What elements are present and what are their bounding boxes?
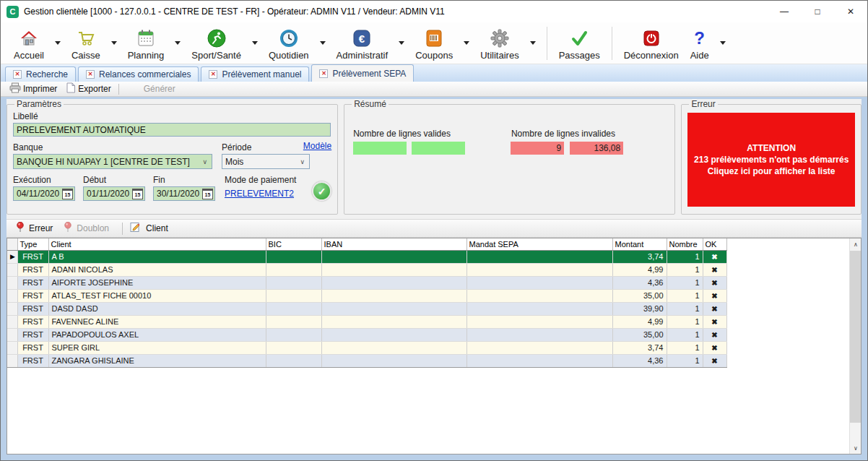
header-mandat-sepa[interactable]: Mandat SEPA [466,238,612,250]
toolbar-item-accueil[interactable]: Accueil [8,25,50,62]
row-indicator[interactable] [7,276,17,289]
cell-type[interactable]: FRST [17,250,48,263]
cell-type[interactable]: FRST [17,289,48,302]
toolbar-item-aide[interactable]: ? Aide [685,25,715,62]
cell-montant[interactable]: 3,74 [612,341,667,354]
caisse-dropdown-arrow-icon[interactable] [111,41,117,45]
cell-client[interactable]: PAPADOPOULOS AXEL [48,328,266,341]
cell-ok[interactable]: ✖ [703,302,726,315]
row-indicator[interactable] [7,354,17,367]
client-button[interactable]: Client [127,222,177,235]
coupons-dropdown-arrow-icon[interactable] [464,41,469,45]
row-indicator[interactable]: ▶ [7,250,17,263]
doublon-filter-button[interactable]: Doublon [61,222,118,235]
cell-type[interactable]: FRST [17,263,48,276]
table-row[interactable]: FRSTDASD DASD39,901✖ [7,302,726,315]
debut-date-input[interactable]: 01/11/2020 15 [83,186,145,201]
cell-montant[interactable]: 4,36 [612,276,667,289]
tab-close-icon[interactable]: ✕ [86,70,95,79]
scrollbar-thumb[interactable] [850,251,862,423]
toolbar-item-utilitaires[interactable]: Utilitaires [474,25,524,62]
maximize-button[interactable]: □ [801,1,834,22]
cell-nombre[interactable]: 1 [667,354,703,367]
cell-montant[interactable]: 4,99 [612,315,667,328]
calendar-picker-icon[interactable]: 15 [202,189,213,199]
tab-prelevement-sepa[interactable]: ✕ Prélèvement SEPA [311,64,414,82]
cell-iban[interactable] [321,289,466,302]
cell-ok[interactable]: ✖ [703,276,726,289]
cell-ok[interactable]: ✖ [703,250,726,263]
cell-montant[interactable]: 3,74 [612,250,667,263]
cell-mandat[interactable] [466,315,612,328]
execution-date-input[interactable]: 04/11/2020 15 [13,186,75,201]
periode-select[interactable]: Mois ∨ [222,154,310,169]
header-montant[interactable]: Montant [612,238,667,250]
toolbar-item-coupons[interactable]: Coupons [409,25,459,62]
cell-ok[interactable]: ✖ [703,315,726,328]
table-row[interactable]: FRSTZANGARA GHISLAINE4,361✖ [7,354,726,367]
quotidien-dropdown-arrow-icon[interactable] [320,41,326,45]
cell-nombre[interactable]: 1 [667,263,703,276]
cell-mandat[interactable] [466,250,612,263]
cell-type[interactable]: FRST [17,328,48,341]
cell-client[interactable]: AIFORTE JOSEPHINE [48,276,266,289]
header-bic[interactable]: BIC [266,238,321,250]
cell-client[interactable]: ZANGARA GHISLAINE [48,354,266,367]
calendar-picker-icon[interactable]: 15 [62,189,73,199]
cell-bic[interactable] [266,315,321,328]
cell-mandat[interactable] [466,276,612,289]
cell-montant[interactable]: 4,36 [612,354,667,367]
table-row[interactable]: FRSTADANI NICOLAS4,991✖ [7,263,726,276]
cell-ok[interactable]: ✖ [703,289,726,302]
error-alert-box[interactable]: ATTENTION 213 prélèvements n'ont pas dém… [687,113,855,207]
cell-bic[interactable] [266,250,321,263]
table-row[interactable]: FRSTSUPER GIRL3,741✖ [7,341,726,354]
table-row[interactable]: FRSTATLAS_TEST FICHE 0001035,001✖ [7,289,726,302]
banque-select[interactable]: BANQUE HI NUAPAY 1 [CENTRE DE TEST] ∨ [13,154,212,169]
calendar-picker-icon[interactable]: 15 [132,189,143,199]
toolbar-item-deconnexion[interactable]: Déconnexion [618,25,685,62]
minimize-button[interactable]: — [768,1,801,22]
cell-montant[interactable]: 35,00 [612,289,667,302]
row-indicator[interactable] [7,341,17,354]
cell-bic[interactable] [266,354,321,367]
tab-close-icon[interactable]: ✕ [319,69,328,78]
toolbar-item-caisse[interactable]: Caisse [66,25,106,62]
planning-dropdown-arrow-icon[interactable] [175,41,181,45]
cell-client[interactable]: DASD DASD [48,302,266,315]
tab-recherche[interactable]: ✕ Recherche [5,66,76,82]
cell-bic[interactable] [266,263,321,276]
fin-date-input[interactable]: 30/11/2020 15 [153,186,215,201]
vertical-scrollbar[interactable]: ∧ ∨ [849,238,861,454]
cell-type[interactable]: FRST [17,315,48,328]
cell-nombre[interactable]: 1 [667,328,703,341]
cell-montant[interactable]: 39,90 [612,302,667,315]
cell-nombre[interactable]: 1 [667,341,703,354]
tab-close-icon[interactable]: ✕ [13,70,22,79]
cell-ok[interactable]: ✖ [703,328,726,341]
cell-iban[interactable] [321,328,466,341]
close-button[interactable]: ✕ [834,1,867,22]
cell-type[interactable]: FRST [17,341,48,354]
cell-type[interactable]: FRST [17,302,48,315]
cell-nombre[interactable]: 1 [667,250,703,263]
cell-ok[interactable]: ✖ [703,341,726,354]
modele-link[interactable]: Modèle [303,141,331,151]
validate-check-icon[interactable]: ✓ [312,181,331,201]
cell-nombre[interactable]: 1 [667,302,703,315]
toolbar-item-planning[interactable]: Planning [122,25,170,62]
cell-mandat[interactable] [466,263,612,276]
header-ok[interactable]: OK [703,238,726,250]
cell-nombre[interactable]: 1 [667,315,703,328]
cell-iban[interactable] [321,341,466,354]
erreur-filter-button[interactable]: Erreur [14,222,61,235]
cell-montant[interactable]: 35,00 [612,328,667,341]
accueil-dropdown-arrow-icon[interactable] [55,41,61,45]
table-row[interactable]: FRSTAIFORTE JOSEPHINE4,361✖ [7,276,726,289]
cell-ok[interactable]: ✖ [703,263,726,276]
cell-type[interactable]: FRST [17,354,48,367]
table-row[interactable]: FRSTFAVENNEC ALINE4,991✖ [7,315,726,328]
scroll-down-icon[interactable]: ∨ [850,442,862,454]
table-row[interactable]: ▶FRSTA B3,741✖ [7,250,726,263]
cell-iban[interactable] [321,250,466,263]
